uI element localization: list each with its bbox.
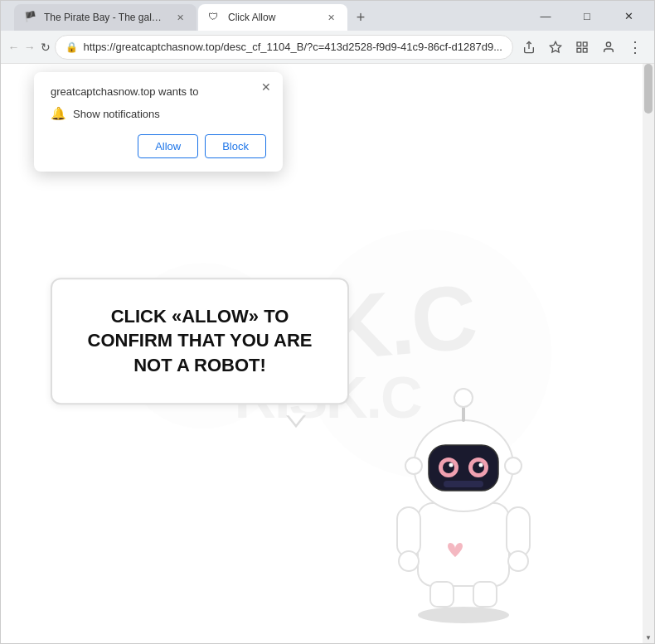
tab-pirate-bay-icon: 🏴: [24, 11, 37, 24]
popup-close-button[interactable]: ✕: [258, 79, 274, 95]
toolbar-icons: ⋮: [517, 35, 648, 60]
reload-button[interactable]: ↻: [39, 35, 51, 60]
block-button[interactable]: Block: [205, 134, 266, 158]
scrollbar-down-button[interactable]: ▼: [643, 632, 654, 643]
speech-bubble: CLICK «ALLOW» TO CONFIRM THAT YOU ARE NO…: [51, 278, 349, 404]
address-bar: ← → ↻ 🔒 https://greatcaptchasnow.top/des…: [1, 31, 654, 64]
window-controls: — □ ✕: [526, 1, 648, 31]
back-button[interactable]: ←: [7, 35, 20, 60]
svg-point-22: [449, 463, 454, 467]
svg-rect-10: [418, 503, 509, 586]
share-button[interactable]: [517, 35, 541, 60]
svg-point-21: [473, 462, 484, 473]
svg-rect-24: [444, 481, 483, 487]
notification-popup: ✕ greatcaptchasnow.top wants to 🔔 Show n…: [34, 72, 283, 172]
tab-pirate-bay-close[interactable]: ✕: [173, 11, 187, 24]
browser-window: 🏴 The Pirate Bay - The galaxy's mo... ✕ …: [0, 0, 655, 644]
svg-rect-2: [577, 42, 581, 46]
tabs-container: 🏴 The Pirate Bay - The galaxy's mo... ✕ …: [7, 1, 526, 31]
svg-point-9: [418, 607, 509, 623]
svg-point-27: [405, 458, 422, 474]
popup-permission-row: 🔔 Show notifications: [51, 106, 266, 121]
allow-button[interactable]: Allow: [138, 134, 198, 158]
svg-point-30: [508, 551, 528, 571]
permission-text: Show notifications: [73, 108, 160, 120]
profile-button[interactable]: [596, 35, 621, 60]
page-content: RISK.C RISK.C CLICK «ALLOW» TO CONFIRM T…: [1, 64, 654, 643]
tab-click-allow-title: Click Allow: [228, 12, 318, 23]
svg-rect-11: [397, 507, 420, 557]
robot-illustration: [356, 366, 571, 627]
svg-rect-5: [577, 48, 581, 52]
bubble-text: CLICK «ALLOW» TO CONFIRM THAT YOU ARE NO…: [85, 304, 314, 378]
svg-marker-1: [550, 41, 560, 52]
svg-point-6: [606, 42, 610, 46]
svg-point-29: [399, 551, 419, 571]
svg-rect-12: [507, 507, 530, 557]
extensions-button[interactable]: [570, 35, 594, 60]
svg-rect-14: [473, 582, 497, 607]
forward-button[interactable]: →: [23, 35, 36, 60]
svg-point-26: [454, 389, 473, 407]
tab-pirate-bay-title: The Pirate Bay - The galaxy's mo...: [44, 12, 167, 23]
svg-rect-3: [583, 42, 587, 46]
lock-icon: 🔒: [66, 41, 78, 53]
title-bar: 🏴 The Pirate Bay - The galaxy's mo... ✕ …: [1, 1, 654, 31]
scrollbar-thumb[interactable]: [644, 64, 653, 114]
url-bar[interactable]: 🔒 https://greatcaptchasnow.top/desc_cf_1…: [55, 35, 513, 60]
bell-icon: 🔔: [51, 106, 66, 121]
minimize-button[interactable]: —: [526, 1, 565, 31]
bookmark-button[interactable]: [543, 35, 568, 60]
popup-title: greatcaptchasnow.top wants to: [51, 85, 266, 98]
svg-rect-13: [430, 582, 454, 607]
svg-point-20: [443, 462, 454, 473]
svg-rect-4: [583, 48, 587, 52]
maximize-button[interactable]: □: [568, 1, 606, 31]
url-text: https://greatcaptchasnow.top/desc_cf_110…: [83, 41, 502, 53]
svg-point-23: [479, 463, 483, 467]
tab-pirate-bay[interactable]: 🏴 The Pirate Bay - The galaxy's mo... ✕: [14, 4, 196, 31]
tab-click-allow-icon: 🛡: [208, 11, 221, 24]
close-button[interactable]: ✕: [609, 1, 648, 31]
popup-buttons: Allow Block: [51, 134, 266, 158]
robot-svg: [356, 366, 571, 623]
new-tab-button[interactable]: +: [349, 6, 372, 29]
menu-button[interactable]: ⋮: [623, 35, 648, 60]
tab-click-allow[interactable]: 🛡 Click Allow ✕: [198, 4, 347, 31]
svg-point-28: [505, 458, 522, 474]
scrollbar[interactable]: ▲ ▼: [643, 64, 654, 643]
tab-click-allow-close[interactable]: ✕: [324, 11, 337, 24]
